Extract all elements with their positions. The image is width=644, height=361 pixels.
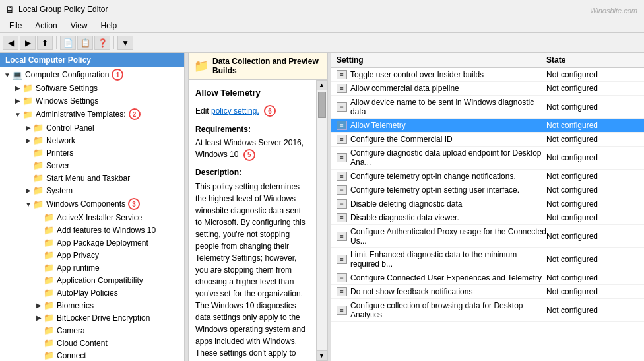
settings-row[interactable]: ≡Configure the Commercial IDNot configur…: [331, 133, 644, 147]
tree-node-biometrics[interactable]: ▶📁Biometrics: [0, 299, 184, 312]
settings-row-name: Disable diagnostic data viewer.: [350, 213, 459, 222]
menu-item-file[interactable]: File: [3, 20, 28, 32]
tree-node-windows-settings[interactable]: ▶📁Windows Settings: [0, 94, 184, 107]
folder-icon-app-package: 📁: [44, 238, 54, 247]
scroll-down[interactable]: ▼: [317, 350, 327, 361]
edit-policy-link[interactable]: policy setting.: [211, 106, 259, 115]
settings-row[interactable]: ≡Configure collection of browsing data f…: [331, 299, 644, 322]
expander-windows-settings[interactable]: ▶: [13, 97, 22, 104]
expander-admin-templates[interactable]: ▼: [13, 111, 22, 118]
settings-row-name: Allow Telemetry: [350, 121, 406, 130]
tree-node-network[interactable]: ▶📁Network: [0, 134, 184, 147]
tree-node-autoplay[interactable]: 📁AutoPlay Policies: [0, 286, 184, 299]
right-panel: Setting State ≡Toggle user control over …: [331, 53, 644, 361]
node-label-activex: ActiveX Installer Service: [57, 213, 142, 222]
expander-bitlocker[interactable]: ▶: [34, 314, 44, 321]
tree-node-app-package[interactable]: 📁App Package Deployment: [0, 236, 184, 249]
folder-icon-software-settings: 📁: [22, 83, 33, 93]
tree-node-server[interactable]: 📁Server: [0, 159, 184, 172]
settings-row[interactable]: ≡Configure diagnostic data upload endpoi…: [331, 147, 644, 170]
settings-row-name: Configure the Commercial ID: [350, 135, 453, 144]
settings-cell-name: ≡Configure the Commercial ID: [337, 135, 546, 144]
expander-control-panel[interactable]: ▶: [24, 124, 33, 131]
tree-node-printers[interactable]: 📁Printers: [0, 147, 184, 159]
middle-vscroll[interactable]: ▲ ▼: [316, 80, 327, 361]
toolbar-filter[interactable]: ▼: [117, 36, 133, 50]
annotation-circle-2: 2: [129, 108, 141, 120]
settings-row[interactable]: ≡Configure telemetry opt-in setting user…: [331, 183, 644, 197]
tree-node-software-settings[interactable]: ▶📁Software Settings: [0, 82, 184, 94]
tree-node-system[interactable]: ▶📁System: [0, 184, 184, 197]
desc-text: This policy setting determines the highe…: [195, 181, 309, 362]
tree-node-app-privacy[interactable]: 📁App Privacy: [0, 249, 184, 261]
settings-row-name: Configure diagnostic data upload endpoin…: [350, 148, 546, 167]
settings-row-state: Not configured: [546, 213, 639, 222]
settings-row[interactable]: ≡Configure Authenticated Proxy usage for…: [331, 225, 644, 248]
node-label-start-menu: Start Menu and Taskbar: [46, 174, 130, 183]
header-setting: Setting: [337, 55, 546, 65]
toolbar-back[interactable]: ◀: [3, 36, 18, 50]
expander-network[interactable]: ▶: [24, 137, 33, 144]
annotation-circle-1: 1: [112, 69, 123, 81]
tree-node-app-compat[interactable]: 📁Application Compatibility: [0, 274, 184, 286]
menu-item-view[interactable]: View: [64, 20, 94, 32]
settings-row-icon: ≡: [337, 199, 347, 209]
folder-title: Data Collection and Preview Builds: [212, 57, 321, 75]
toolbar-forward[interactable]: ▶: [20, 36, 36, 50]
settings-row[interactable]: ≡Configure telemetry opt-in change notif…: [331, 170, 644, 183]
tree-node-add-features[interactable]: 📁Add features to Windows 10: [0, 224, 184, 236]
settings-row-icon: ≡: [337, 153, 347, 162]
tree-node-admin-templates[interactable]: ▼📁Administrative Templates:2: [0, 107, 184, 121]
menu-item-action[interactable]: Action: [28, 20, 63, 32]
settings-cell-name: ≡Configure telemetry opt-in change notif…: [337, 172, 546, 181]
expander-computer-config[interactable]: ▼: [3, 71, 12, 79]
app-icon: 🖥: [5, 4, 15, 15]
settings-row-icon: ≡: [337, 213, 347, 222]
settings-row[interactable]: ≡Toggle user control over Insider builds…: [331, 68, 644, 82]
toolbar-help[interactable]: ❓: [94, 36, 110, 50]
node-label-admin-templates: Administrative Templates:: [36, 110, 126, 119]
tree-node-app-runtime[interactable]: 📁App runtime: [0, 261, 184, 274]
node-label-biometrics: Biometrics: [57, 301, 94, 310]
settings-row[interactable]: ≡Configure Connected User Experiences an…: [331, 271, 644, 285]
settings-row[interactable]: ≡Allow TelemetryNot configured: [331, 119, 644, 133]
tree-node-bitlocker[interactable]: ▶📁BitLocker Drive Encryption: [0, 312, 184, 324]
expander-software-settings[interactable]: ▶: [13, 84, 22, 92]
tree-node-control-panel[interactable]: ▶📁Control Panel: [0, 121, 184, 134]
settings-row-state: Not configured: [546, 102, 639, 112]
folder-icon-admin-templates: 📁: [22, 110, 33, 119]
folder-icon-windows-settings: 📁: [22, 96, 33, 106]
tree-node-connect[interactable]: 📁Connect: [0, 349, 184, 361]
req-value: At least Windows Server 2016, Windows 10…: [195, 137, 309, 161]
tree-node-camera[interactable]: 📁Camera: [0, 324, 184, 337]
scroll-up[interactable]: ▲: [317, 80, 327, 90]
toolbar-show-hide[interactable]: 📄: [60, 36, 76, 50]
settings-cell-name: ≡Allow Telemetry: [337, 121, 546, 130]
settings-row[interactable]: ≡Allow device name to be sent in Windows…: [331, 96, 644, 119]
tree-node-activex[interactable]: 📁ActiveX Installer Service: [0, 211, 184, 224]
menu-item-help[interactable]: Help: [94, 20, 124, 32]
settings-row[interactable]: ≡Limit Enhanced diagnostic data to the m…: [331, 248, 644, 271]
tree-node-cloud-content[interactable]: 📁Cloud Content: [0, 337, 184, 349]
node-label-add-features: Add features to Windows 10: [57, 226, 156, 235]
settings-row-icon: ≡: [337, 84, 347, 93]
settings-row[interactable]: ≡Disable diagnostic data viewer.Not conf…: [331, 211, 644, 225]
toolbar-properties[interactable]: 📋: [77, 36, 93, 50]
expander-biometrics[interactable]: ▶: [34, 302, 44, 309]
folder-icon-app-compat: 📁: [44, 275, 54, 285]
settings-row[interactable]: ≡Allow commercial data pipelineNot confi…: [331, 82, 644, 96]
tree-header: Local Computer Policy: [0, 53, 184, 67]
expander-windows-components[interactable]: ▼: [24, 201, 33, 208]
tree-node-computer-config[interactable]: ▼💻Computer Configuration1: [0, 67, 184, 82]
settings-row[interactable]: ≡Disable deleting diagnostic dataNot con…: [331, 197, 644, 211]
middle-header: 📁 Data Collection and Preview Builds: [189, 53, 327, 80]
toolbar-up[interactable]: ⬆: [37, 36, 53, 50]
settings-cell-name: ≡Configure telemetry opt-in setting user…: [337, 185, 546, 195]
expander-system[interactable]: ▶: [24, 187, 33, 194]
settings-cell-name: ≡Toggle user control over Insider builds: [337, 70, 546, 79]
folder-icon-camera: 📁: [44, 325, 54, 335]
settings-row[interactable]: ≡Do not show feedback notificationsNot c…: [331, 285, 644, 299]
tree-node-windows-components[interactable]: ▼📁Windows Components3: [0, 197, 184, 211]
scroll-thumb[interactable]: [318, 92, 326, 118]
tree-node-start-menu[interactable]: 📁Start Menu and Taskbar: [0, 172, 184, 184]
